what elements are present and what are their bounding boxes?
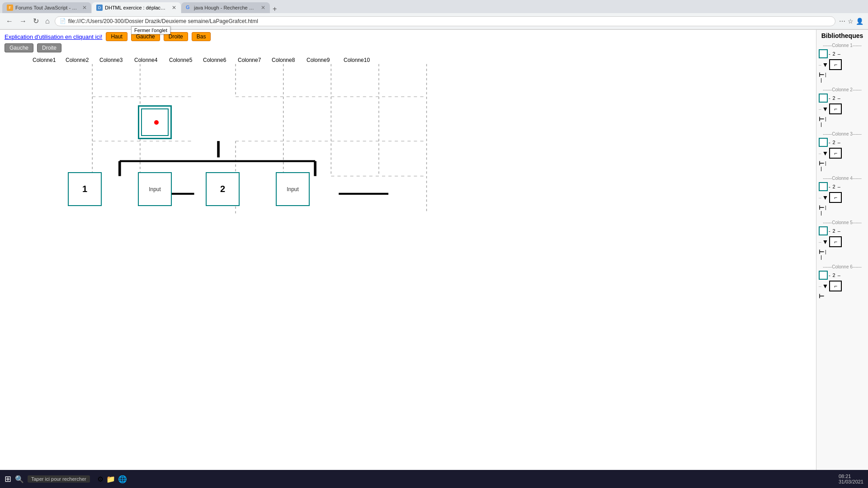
lib-dash-5b: – [819,239,821,244]
tab-1[interactable]: F Forums Tout JavaScript - Ecri... ✕ [2,2,91,13]
lib-big-btn-3[interactable]: ⌐ [829,148,842,159]
lib-big-btn-2[interactable]: ⌐ [829,103,842,114]
profile-button[interactable]: 👤 [856,18,863,25]
colonne-6-label: Colonne 6 [832,264,853,269]
grafcet-svg [0,55,764,475]
lib-dash-4: - [829,184,830,189]
colonne-4-label: Colonne 4 [832,176,853,181]
lib-btn-1-step[interactable] [819,49,828,58]
input-2[interactable]: Input [276,172,310,206]
lib-row-4a: - 2 – [819,182,866,191]
lib-dash-6b: – [819,284,821,289]
lib-down-3: ▼ [822,150,829,157]
lib-vline-4: | [825,205,826,210]
lib-arrow-row-4a: – ▼ ⌐ [819,192,866,203]
taskbar-right: 08:2131/03/2021 [839,474,863,477]
input-1[interactable]: Input [138,172,172,206]
colonne-5-section: ------Colonne 5------ - 2 – – ▼ ⌐ ⊢ | [819,220,866,260]
lib-big-btn-4[interactable]: ⌐ [829,192,842,203]
taskbar-icon-1[interactable]: ⚙ [97,475,104,478]
tab-3[interactable]: G java Hough - Recherche Goog... ✕ [181,2,270,13]
step-1[interactable]: 1 [68,172,102,206]
lib-cross-6: ⊢ [819,292,824,300]
explanation-link[interactable]: Explication d'utilisation en cliquant ic… [5,33,102,40]
search-button[interactable]: 🔍 [15,475,24,478]
lib-down-5: ▼ [822,238,829,245]
lib-btn-6-step[interactable] [819,271,828,280]
lib-minus-3: – [838,140,840,145]
lib-vline-2b [821,122,821,127]
lib-num-4: 2 [831,184,837,189]
lib-num-2: 2 [831,95,837,101]
forward-button[interactable]: → [18,16,28,27]
lib-btn-2-step[interactable] [819,94,828,103]
col-header-1: Colonne1 [33,57,56,63]
lib-cross-1: ⊢ [819,71,824,78]
droite-gray-button[interactable]: Droite [37,43,61,52]
tooltip-fermer: Fermer l'onglet [131,26,170,34]
lib-vline-1: | [825,72,826,77]
lib-cross-row-3: ⊢ | [819,160,866,167]
tab-2-close[interactable]: ✕ [172,5,176,11]
tab-2[interactable]: D DHTML exercice : déplacement... ✕ [92,2,181,13]
lib-row-1a: - 2 – [819,49,866,58]
colonne-1-label: Colonne 1 [832,43,853,48]
lib-btn-3-step[interactable] [819,138,828,147]
file-icon: 📄 [60,18,66,24]
lib-dash-3b: – [819,151,821,156]
colonne-6-section: ------Colonne 6------ - 2 – – ▼ ⌐ ⊢ [819,264,866,300]
bas-button[interactable]: Bas [192,32,211,41]
home-button[interactable]: ⌂ [44,16,51,27]
lib-minus-5: – [838,228,840,234]
favorites-button[interactable]: ☆ [848,18,854,25]
col-header-8: Colonne8 [272,57,295,63]
initial-step[interactable] [138,105,172,139]
taskbar-icon-3[interactable]: 🌐 [118,475,127,478]
lib-cross-5: ⊢ [819,248,824,255]
address-bar[interactable]: 📄 file:///C:/Users/200-300/Dossier Drazi… [55,16,835,26]
lib-arrow-row-6a: – ▼ ⌐ [819,281,866,291]
lib-vline-5: | [825,249,826,254]
lib-dash-1: - [829,51,830,56]
lib-row-5a: - 2 – [819,226,866,235]
lib-cross-row-6: ⊢ [819,292,866,300]
lib-vline-2: | [825,117,826,122]
new-tab-button[interactable]: + [273,5,277,13]
tab-1-close[interactable]: ✕ [82,5,87,11]
back-button[interactable]: ← [5,16,14,27]
lib-btn-5-step[interactable] [819,226,828,235]
col-header-2: Colonne2 [66,57,89,63]
step-2[interactable]: 2 [206,172,240,206]
colonne-3-section: ------Colonne 3------ - 2 – – ▼ ⌐ ⊢ | [819,131,866,171]
taskbar-icon-2[interactable]: 📁 [106,475,115,478]
start-button[interactable]: ⊞ [5,474,11,477]
taskbar-icons: ⚙ 📁 🌐 [97,475,127,478]
search-box[interactable]: Taper ici pour rechercher [28,475,90,477]
col-header-4: Colonne4 [134,57,157,63]
colonne-2-label: Colonne 2 [832,87,853,92]
lib-dash-1b: – [819,62,821,67]
haut-button[interactable]: Haut [106,32,127,41]
lib-minus-4: – [838,184,840,189]
lib-dash-3: - [829,140,830,145]
refresh-button[interactable]: ↻ [32,15,40,27]
lib-minus-2: – [838,95,840,101]
lib-down-4: ▼ [822,194,829,201]
col-header-6: Colonne6 [203,57,226,63]
lib-big-btn-6[interactable]: ⌐ [829,281,842,291]
tab-3-close[interactable]: ✕ [261,5,265,11]
input-1-label: Input [149,186,161,192]
gauche-gray-button[interactable]: Gauche [5,43,33,52]
lib-big-btn-5[interactable]: ⌐ [829,236,842,247]
lib-minus-6: – [838,272,840,278]
colonne-5-label: Colonne 5 [832,220,853,225]
lib-row-3a: - 2 – [819,138,866,147]
tab-1-label: Forums Tout JavaScript - Ecri... [15,5,79,10]
colonne-1-section: ------Colonne 1------ - 2 – – ▼ ⌐ ⊢ | [819,43,866,83]
lib-dash-2: - [829,95,830,101]
lib-btn-4-step[interactable] [819,182,828,191]
lib-cross-2: ⊢ [819,115,824,122]
top-bar: Explication d'utilisation en cliquant ic… [0,30,816,43]
extensions-button[interactable]: ⋯ [839,18,845,25]
lib-big-btn-1[interactable]: ⌐ [829,59,842,70]
